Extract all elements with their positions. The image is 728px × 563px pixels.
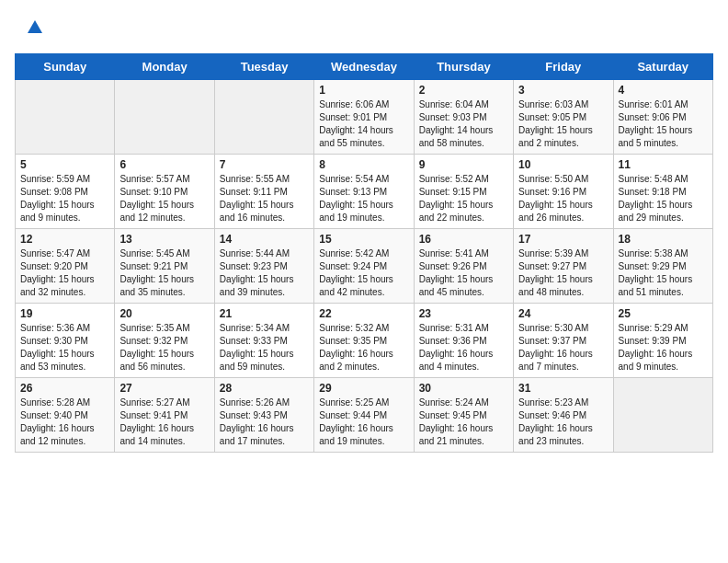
day-info: Sunrise: 5:54 AMSunset: 9:13 PMDaylight:… [319, 173, 408, 224]
calendar-day-cell: 10Sunrise: 5:50 AMSunset: 9:16 PMDayligh… [514, 155, 613, 229]
calendar-day-cell: 13Sunrise: 5:45 AMSunset: 9:21 PMDayligh… [115, 229, 214, 304]
weekday-header: Friday [514, 54, 613, 80]
calendar-day-cell: 11Sunrise: 5:48 AMSunset: 9:18 PMDayligh… [613, 155, 712, 229]
day-info: Sunrise: 5:44 AMSunset: 9:23 PMDaylight:… [220, 247, 309, 299]
day-info: Sunrise: 5:31 AMSunset: 9:36 PMDaylight:… [419, 322, 508, 373]
day-number: 13 [119, 233, 209, 246]
day-info: Sunrise: 5:48 AMSunset: 9:18 PMDaylight:… [619, 173, 708, 224]
day-info: Sunrise: 6:03 AMSunset: 9:05 PMDaylight:… [518, 98, 608, 150]
day-number: 29 [319, 382, 408, 395]
day-number: 3 [518, 84, 608, 97]
day-number: 15 [319, 233, 408, 246]
page-header [15, 15, 713, 42]
logo-icon [15, 15, 42, 42]
day-number: 28 [220, 382, 309, 395]
day-info: Sunrise: 5:30 AMSunset: 9:37 PMDaylight:… [518, 322, 608, 373]
calendar-day-cell [214, 80, 313, 155]
day-info: Sunrise: 5:24 AMSunset: 9:45 PMDaylight:… [419, 396, 508, 448]
day-number: 30 [419, 382, 508, 395]
day-number: 9 [419, 158, 508, 171]
day-info: Sunrise: 6:04 AMSunset: 9:03 PMDaylight:… [419, 98, 508, 150]
calendar-day-cell: 8Sunrise: 5:54 AMSunset: 9:13 PMDaylight… [314, 155, 414, 229]
day-number: 7 [220, 158, 309, 171]
calendar-table: SundayMondayTuesdayWednesdayThursdayFrid… [15, 53, 713, 453]
day-number: 11 [619, 158, 708, 171]
weekday-header: Sunday [16, 54, 115, 80]
calendar-day-cell: 27Sunrise: 5:27 AMSunset: 9:41 PMDayligh… [115, 378, 214, 453]
logo [15, 15, 42, 42]
weekday-header: Saturday [613, 54, 712, 80]
calendar-day-cell: 20Sunrise: 5:35 AMSunset: 9:32 PMDayligh… [115, 304, 214, 378]
calendar-day-cell: 19Sunrise: 5:36 AMSunset: 9:30 PMDayligh… [16, 304, 115, 378]
weekday-header: Thursday [414, 54, 513, 80]
calendar-day-cell: 16Sunrise: 5:41 AMSunset: 9:26 PMDayligh… [414, 229, 513, 304]
day-number: 27 [119, 382, 209, 395]
day-number: 31 [518, 382, 608, 395]
day-number: 12 [20, 233, 109, 246]
calendar-day-cell: 9Sunrise: 5:52 AMSunset: 9:15 PMDaylight… [414, 155, 513, 229]
calendar-day-cell: 3Sunrise: 6:03 AMSunset: 9:05 PMDaylight… [514, 80, 613, 155]
calendar-day-cell: 6Sunrise: 5:57 AMSunset: 9:10 PMDaylight… [115, 155, 214, 229]
calendar-day-cell: 26Sunrise: 5:28 AMSunset: 9:40 PMDayligh… [16, 378, 115, 453]
calendar-day-cell: 15Sunrise: 5:42 AMSunset: 9:24 PMDayligh… [314, 229, 414, 304]
calendar-day-cell: 25Sunrise: 5:29 AMSunset: 9:39 PMDayligh… [613, 304, 712, 378]
calendar-day-cell [613, 378, 712, 453]
day-info: Sunrise: 5:47 AMSunset: 9:20 PMDaylight:… [20, 247, 109, 299]
day-info: Sunrise: 5:27 AMSunset: 9:41 PMDaylight:… [119, 396, 209, 448]
day-number: 8 [319, 158, 408, 171]
day-info: Sunrise: 5:23 AMSunset: 9:46 PMDaylight:… [518, 396, 608, 448]
day-info: Sunrise: 5:59 AMSunset: 9:08 PMDaylight:… [20, 173, 109, 224]
calendar-day-cell: 2Sunrise: 6:04 AMSunset: 9:03 PMDaylight… [414, 80, 513, 155]
day-number: 22 [319, 307, 408, 320]
day-info: Sunrise: 5:35 AMSunset: 9:32 PMDaylight:… [119, 322, 209, 373]
weekday-header: Wednesday [314, 54, 414, 80]
calendar-day-cell [115, 80, 214, 155]
day-info: Sunrise: 5:55 AMSunset: 9:11 PMDaylight:… [220, 173, 309, 224]
calendar-week-row: 19Sunrise: 5:36 AMSunset: 9:30 PMDayligh… [16, 304, 713, 378]
calendar-day-cell [16, 80, 115, 155]
day-number: 25 [619, 307, 708, 320]
day-number: 19 [20, 307, 109, 320]
calendar-day-cell: 30Sunrise: 5:24 AMSunset: 9:45 PMDayligh… [414, 378, 513, 453]
calendar-week-row: 12Sunrise: 5:47 AMSunset: 9:20 PMDayligh… [16, 229, 713, 304]
day-info: Sunrise: 6:01 AMSunset: 9:06 PMDaylight:… [619, 98, 708, 150]
calendar-week-row: 5Sunrise: 5:59 AMSunset: 9:08 PMDaylight… [16, 155, 713, 229]
day-info: Sunrise: 5:28 AMSunset: 9:40 PMDaylight:… [20, 396, 109, 448]
calendar-day-cell: 22Sunrise: 5:32 AMSunset: 9:35 PMDayligh… [314, 304, 414, 378]
day-info: Sunrise: 5:50 AMSunset: 9:16 PMDaylight:… [518, 173, 608, 224]
day-number: 10 [518, 158, 608, 171]
calendar-day-cell: 17Sunrise: 5:39 AMSunset: 9:27 PMDayligh… [514, 229, 613, 304]
calendar-day-cell: 5Sunrise: 5:59 AMSunset: 9:08 PMDaylight… [16, 155, 115, 229]
calendar-day-cell: 14Sunrise: 5:44 AMSunset: 9:23 PMDayligh… [214, 229, 313, 304]
day-info: Sunrise: 5:32 AMSunset: 9:35 PMDaylight:… [319, 322, 408, 373]
day-number: 4 [619, 84, 708, 97]
day-info: Sunrise: 5:36 AMSunset: 9:30 PMDaylight:… [20, 322, 109, 373]
day-number: 21 [220, 307, 309, 320]
day-number: 6 [119, 158, 209, 171]
day-number: 16 [419, 233, 508, 246]
day-info: Sunrise: 5:41 AMSunset: 9:26 PMDaylight:… [419, 247, 508, 299]
day-number: 5 [20, 158, 109, 171]
day-info: Sunrise: 5:57 AMSunset: 9:10 PMDaylight:… [119, 173, 209, 224]
svg-marker-0 [28, 20, 42, 33]
day-number: 26 [20, 382, 109, 395]
calendar-header-row: SundayMondayTuesdayWednesdayThursdayFrid… [16, 54, 713, 80]
day-info: Sunrise: 5:39 AMSunset: 9:27 PMDaylight:… [518, 247, 608, 299]
day-number: 18 [619, 233, 708, 246]
calendar-day-cell: 31Sunrise: 5:23 AMSunset: 9:46 PMDayligh… [514, 378, 613, 453]
calendar-day-cell: 12Sunrise: 5:47 AMSunset: 9:20 PMDayligh… [16, 229, 115, 304]
weekday-header: Tuesday [214, 54, 313, 80]
day-info: Sunrise: 5:38 AMSunset: 9:29 PMDaylight:… [619, 247, 708, 299]
day-number: 24 [518, 307, 608, 320]
calendar-week-row: 26Sunrise: 5:28 AMSunset: 9:40 PMDayligh… [16, 378, 713, 453]
day-number: 17 [518, 233, 608, 246]
day-info: Sunrise: 5:29 AMSunset: 9:39 PMDaylight:… [619, 322, 708, 373]
calendar-day-cell: 7Sunrise: 5:55 AMSunset: 9:11 PMDaylight… [214, 155, 313, 229]
calendar-day-cell: 21Sunrise: 5:34 AMSunset: 9:33 PMDayligh… [214, 304, 313, 378]
day-info: Sunrise: 5:34 AMSunset: 9:33 PMDaylight:… [220, 322, 309, 373]
day-info: Sunrise: 5:52 AMSunset: 9:15 PMDaylight:… [419, 173, 508, 224]
day-number: 2 [419, 84, 508, 97]
day-info: Sunrise: 5:25 AMSunset: 9:44 PMDaylight:… [319, 396, 408, 448]
day-info: Sunrise: 6:06 AMSunset: 9:01 PMDaylight:… [319, 98, 408, 150]
day-info: Sunrise: 5:26 AMSunset: 9:43 PMDaylight:… [220, 396, 309, 448]
